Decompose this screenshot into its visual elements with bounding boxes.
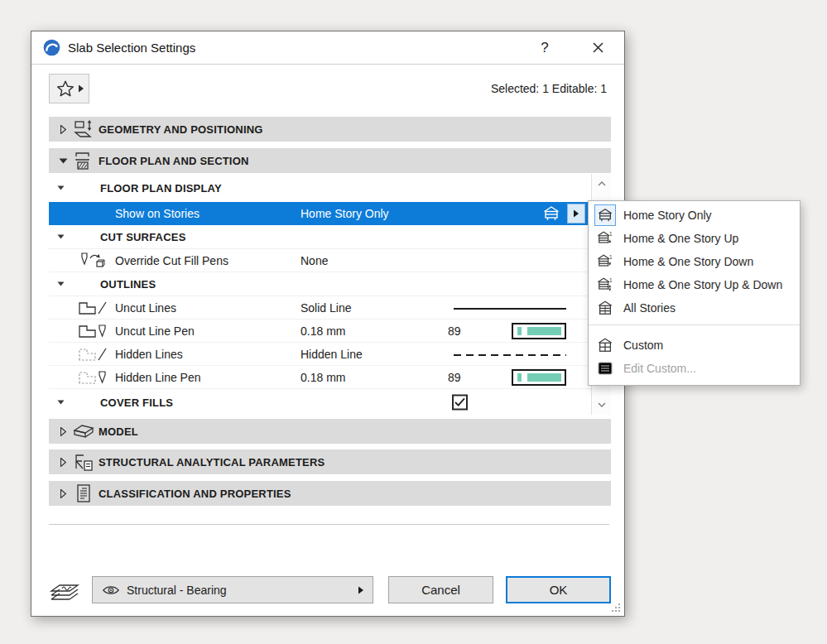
structural-analytical-icon bbox=[71, 451, 96, 473]
section-label: STRUCTURAL ANALYTICAL PARAMETERS bbox=[99, 456, 325, 469]
section-geometry-and-positioning[interactable]: GEOMETRY AND POSITIONING bbox=[49, 117, 611, 142]
uncut-line-type-preview[interactable] bbox=[454, 308, 566, 310]
section-floor-plan-and-section[interactable]: FLOOR PLAN AND SECTION bbox=[49, 148, 611, 173]
title-bar: Slab Selection Settings ? bbox=[31, 31, 624, 65]
parameter-value[interactable]: Home Story Only bbox=[301, 207, 389, 220]
parameter-value[interactable]: Hidden Line bbox=[301, 348, 363, 361]
selected-item-box bbox=[594, 204, 616, 226]
row-uncut-line-pen[interactable]: Uncut Line Pen 0.18 mm 89 bbox=[49, 320, 591, 343]
home-story-only-icon bbox=[597, 207, 613, 223]
subsection-floor-plan-display[interactable]: FLOOR PLAN DISPLAY bbox=[49, 174, 591, 202]
menu-item-label: Home & One Story Up bbox=[623, 232, 738, 245]
cancel-button[interactable]: Cancel bbox=[388, 576, 493, 603]
svg-text:1: 1 bbox=[609, 277, 613, 283]
menu-item-all-stories[interactable]: All Stories bbox=[589, 296, 800, 320]
pen-override-icon bbox=[78, 252, 108, 270]
home-one-story-up-down-icon: 1 bbox=[597, 276, 613, 293]
flyout-arrow-icon bbox=[358, 586, 363, 594]
parameter-label: Uncut Lines bbox=[115, 301, 176, 315]
close-button[interactable] bbox=[581, 31, 614, 64]
row-show-on-stories[interactable]: Show on Stories Home Story Only bbox=[49, 202, 591, 225]
section-label: MODEL bbox=[99, 425, 138, 438]
parameter-value[interactable]: Solid Line bbox=[301, 301, 352, 315]
home-one-story-up-icon: 1 bbox=[597, 230, 613, 247]
custom-stories-icon bbox=[597, 337, 613, 353]
favorites-button[interactable] bbox=[49, 74, 89, 103]
edit-custom-icon bbox=[598, 362, 613, 375]
section-classification-and-properties[interactable]: CLASSIFICATION AND PROPERTIES bbox=[49, 481, 611, 506]
hidden-lines-icon bbox=[78, 346, 108, 363]
floor-plan-section-icon bbox=[71, 150, 96, 171]
menu-item-home-story-only[interactable]: Home Story Only bbox=[589, 204, 800, 227]
section-model[interactable]: MODEL bbox=[49, 419, 611, 444]
menu-item-label: Edit Custom... bbox=[623, 362, 696, 375]
show-on-stories-menu: Home Story Only 1 Home & One Story Up 1 bbox=[588, 200, 801, 386]
stories-popup-button[interactable] bbox=[567, 204, 585, 223]
star-icon bbox=[55, 79, 75, 99]
section-structural-analytical-parameters[interactable]: STRUCTURAL ANALYTICAL PARAMETERS bbox=[49, 449, 611, 474]
geometry-positioning-icon bbox=[71, 118, 96, 140]
row-override-cut-fill-pens[interactable]: Override Cut Fill Pens None bbox=[49, 249, 591, 272]
chevron-down-icon bbox=[57, 281, 65, 286]
chevron-down-icon bbox=[57, 234, 65, 239]
row-uncut-lines[interactable]: Uncut Lines Solid Line bbox=[49, 296, 591, 320]
scroll-down-icon[interactable] bbox=[598, 402, 606, 407]
pen-color-tick bbox=[517, 327, 522, 335]
pen-number[interactable]: 89 bbox=[448, 324, 461, 338]
layer-selector[interactable]: Structural - Bearing bbox=[92, 576, 373, 603]
menu-item-home-and-one-story-up[interactable]: 1 Home & One Story Up bbox=[589, 227, 800, 250]
all-stories-icon bbox=[597, 300, 613, 316]
floor-plan-section-panel: FLOOR PLAN DISPLAY Show on Stories Home … bbox=[49, 174, 611, 415]
help-button[interactable]: ? bbox=[528, 31, 561, 64]
chevron-right-icon bbox=[56, 458, 70, 467]
hidden-pen-color-swatch[interactable] bbox=[512, 369, 566, 386]
menu-item-label: Home & One Story Up & Down bbox=[623, 278, 782, 291]
parameter-value[interactable]: 0.18 mm bbox=[301, 371, 345, 384]
row-hidden-lines[interactable]: Hidden Lines Hidden Line bbox=[49, 343, 591, 366]
resize-grip[interactable] bbox=[612, 603, 620, 612]
pen-number[interactable]: 89 bbox=[448, 371, 461, 384]
parameter-value[interactable]: None bbox=[301, 254, 328, 267]
menu-item-label: All Stories bbox=[623, 301, 676, 315]
subsection-cover-fills[interactable]: COVER FILLS bbox=[49, 389, 591, 415]
subsection-cut-surfaces[interactable]: CUT SURFACES bbox=[49, 225, 591, 249]
menu-item-label: Home Story Only bbox=[623, 209, 712, 222]
parameter-value[interactable]: 0.18 mm bbox=[301, 324, 345, 338]
chevron-down-icon bbox=[57, 400, 65, 405]
home-story-only-icon bbox=[541, 204, 562, 223]
menu-item-label: Custom bbox=[623, 339, 663, 352]
uncut-pen-color-swatch[interactable] bbox=[512, 323, 566, 339]
model-icon bbox=[71, 421, 96, 441]
pen-color-tick bbox=[517, 373, 522, 382]
chevron-down-icon bbox=[56, 158, 70, 164]
menu-item-custom[interactable]: Custom bbox=[589, 334, 800, 357]
subsection-label: OUTLINES bbox=[100, 278, 156, 291]
checkmark-icon bbox=[454, 397, 465, 406]
menu-item-edit-custom: Edit Custom... bbox=[589, 357, 800, 380]
flyout-arrow-icon bbox=[79, 84, 84, 93]
chevron-right-icon bbox=[56, 489, 70, 498]
uncut-lines-icon bbox=[78, 300, 108, 316]
classification-properties-icon bbox=[71, 483, 96, 504]
ok-button[interactable]: OK bbox=[506, 576, 611, 603]
dialog-title: Slab Selection Settings bbox=[68, 41, 195, 55]
menu-separator bbox=[589, 324, 800, 325]
parameter-label: Hidden Line Pen bbox=[115, 371, 201, 384]
subsection-outlines[interactable]: OUTLINES bbox=[49, 272, 591, 296]
scroll-up-icon[interactable] bbox=[598, 181, 606, 186]
cover-fills-checkbox[interactable] bbox=[452, 394, 468, 410]
row-hidden-line-pen[interactable]: Hidden Line Pen 0.18 mm 89 bbox=[49, 366, 591, 389]
layer-name: Structural - Bearing bbox=[127, 584, 352, 597]
layers-icon bbox=[47, 579, 82, 605]
parameter-label: Override Cut Fill Pens bbox=[115, 254, 228, 267]
menu-item-home-and-one-story-up-down[interactable]: 1 Home & One Story Up & Down bbox=[589, 273, 800, 296]
close-icon bbox=[593, 42, 603, 53]
parameter-label: Uncut Line Pen bbox=[115, 324, 195, 338]
menu-item-home-and-one-story-down[interactable]: 1 Home & One Story Down bbox=[589, 250, 800, 273]
footer-divider bbox=[49, 524, 609, 525]
selection-status: Selected: 1 Editable: 1 bbox=[491, 82, 607, 95]
hidden-line-type-preview[interactable] bbox=[454, 354, 566, 356]
hidden-line-pen-icon bbox=[78, 369, 108, 386]
pen-color-block bbox=[527, 327, 561, 335]
parameter-label: Hidden Lines bbox=[115, 348, 183, 361]
